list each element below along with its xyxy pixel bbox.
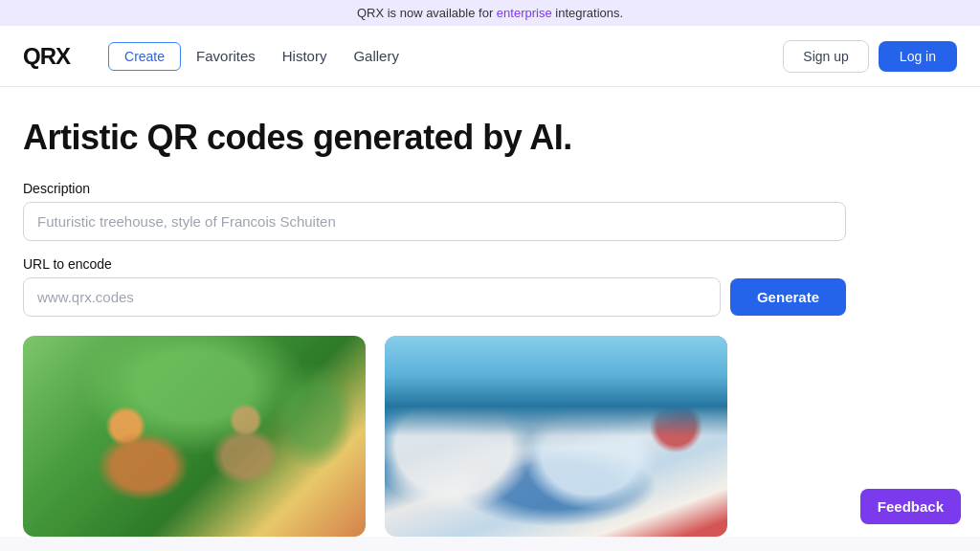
banner-text: QRX is now available for [357, 6, 497, 20]
url-input[interactable] [23, 277, 721, 317]
description-label: Description [23, 181, 846, 196]
top-banner: QRX is now available for enterprise inte… [0, 0, 980, 26]
url-row: Generate [23, 277, 846, 317]
url-label: URL to encode [23, 256, 846, 272]
nav-history-link[interactable]: History [271, 42, 339, 70]
banner-text-after: integrations. [552, 6, 623, 20]
feedback-button[interactable]: Feedback [860, 489, 961, 524]
nav-right: Sign up Log in [783, 40, 957, 73]
gallery-image-2 [385, 336, 727, 537]
logo: QRX [23, 43, 70, 70]
enterprise-link[interactable]: enterprise [497, 6, 552, 20]
login-button[interactable]: Log in [879, 41, 957, 72]
gallery-image-1 [23, 336, 366, 537]
gallery-section [0, 317, 980, 537]
page-heading: Artistic QR codes generated by AI. [23, 118, 957, 158]
generate-button[interactable]: Generate [730, 278, 846, 316]
nav-gallery-link[interactable]: Gallery [342, 42, 411, 70]
nav-create-button[interactable]: Create [108, 42, 181, 71]
main-content: Artistic QR codes generated by AI. Descr… [0, 87, 980, 317]
navbar: QRX Create Favorites History Gallery Sig… [0, 26, 980, 87]
nav-links: Create Favorites History Gallery [108, 42, 752, 71]
nav-favorites-link[interactable]: Favorites [185, 42, 267, 70]
description-input[interactable] [23, 202, 846, 241]
signup-button[interactable]: Sign up [783, 40, 868, 73]
form-section: Description URL to encode Generate [23, 181, 846, 317]
